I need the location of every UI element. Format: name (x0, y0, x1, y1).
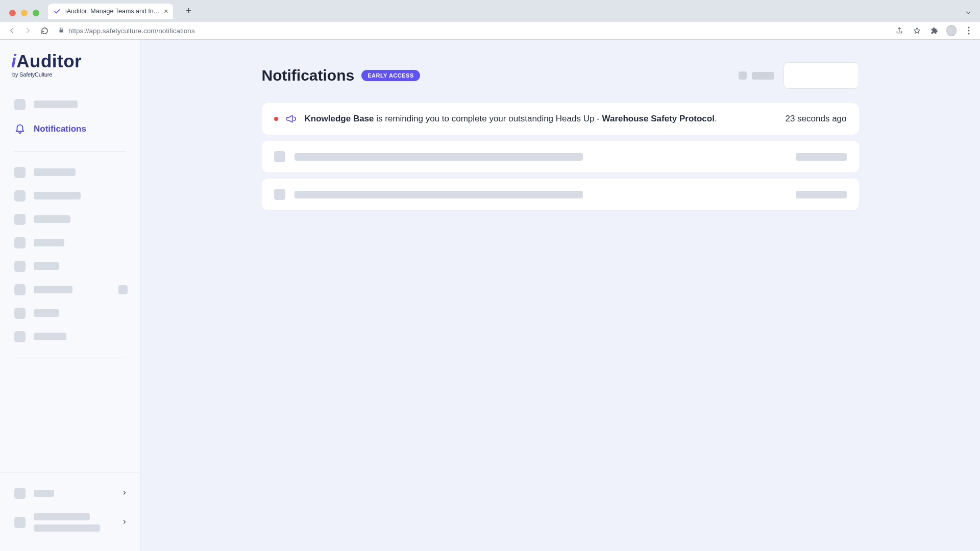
tab-title: iAuditor: Manage Teams and In… (65, 8, 160, 15)
tab-favicon-icon (53, 7, 61, 15)
browser-forward-icon[interactable] (22, 25, 34, 36)
placeholder-label (34, 490, 54, 497)
kebab-menu-icon[interactable] (964, 26, 974, 36)
sidebar-item-notifications[interactable]: Notifications (7, 116, 133, 142)
sidebar-footer-item[interactable] (7, 481, 133, 506)
share-icon[interactable] (894, 26, 904, 36)
lock-icon (58, 27, 64, 35)
browser-back-icon[interactable] (6, 25, 17, 36)
placeholder-icon (14, 190, 26, 202)
header-button-placeholder[interactable] (783, 62, 859, 89)
svg-point-2 (968, 33, 969, 35)
placeholder-label (34, 239, 64, 246)
placeholder-label (34, 286, 72, 293)
placeholder-label-stack (34, 513, 100, 532)
notification-timestamp: 23 seconds ago (785, 114, 846, 124)
window-traffic-lights (9, 10, 39, 16)
placeholder-timestamp (796, 153, 847, 161)
tab-strip: iAuditor: Manage Teams and In… × + (0, 0, 980, 22)
placeholder-label (34, 309, 59, 317)
notification-text: Knowledge Base is reminding you to compl… (305, 114, 777, 124)
sidebar-item-placeholder[interactable] (7, 93, 133, 116)
placeholder-icon (274, 189, 285, 200)
app-shell: iAuditor by SafetyCulture Notifications (0, 40, 980, 551)
sidebar-divider (14, 151, 126, 152)
content-container: Notifications EARLY ACCESS (262, 62, 859, 210)
sidebar-item-placeholder[interactable] (7, 231, 133, 255)
sidebar-item-placeholder[interactable] (7, 184, 133, 208)
notification-suffix: . (715, 114, 717, 123)
placeholder-icon (14, 284, 26, 295)
sidebar-item-placeholder[interactable] (7, 325, 133, 348)
notification-card[interactable]: Knowledge Base is reminding you to compl… (262, 103, 859, 135)
placeholder-label (752, 72, 774, 80)
tab-close-icon[interactable]: × (164, 7, 168, 15)
logo-subtitle: by SafetyCulture (12, 71, 129, 78)
star-icon[interactable] (912, 26, 922, 36)
sidebar-divider (14, 358, 126, 358)
browser-toolbar-right (894, 26, 974, 36)
placeholder-label (34, 168, 76, 176)
placeholder-label (34, 262, 59, 270)
address-bar-row: https://app.safetyculture.com/notificati… (0, 22, 980, 39)
sidebar-item-placeholder[interactable] (7, 161, 133, 184)
chevron-right-icon (121, 489, 128, 498)
notification-source: Knowledge Base (305, 114, 374, 123)
window-close-icon[interactable] (9, 10, 16, 16)
sidebar-footer (0, 472, 140, 551)
placeholder-text (295, 153, 583, 161)
early-access-badge: EARLY ACCESS (361, 70, 420, 81)
window-maximize-icon[interactable] (33, 10, 39, 16)
placeholder-icon (14, 214, 26, 225)
profile-avatar-icon[interactable] (946, 26, 957, 36)
browser-reload-icon[interactable] (39, 25, 50, 36)
tabs-dropdown-icon[interactable] (965, 9, 972, 18)
browser-tab[interactable]: iAuditor: Manage Teams and In… × (48, 4, 173, 19)
placeholder-label (34, 215, 70, 223)
address-bar[interactable]: https://app.safetyculture.com/notificati… (55, 24, 889, 37)
sidebar-item-placeholder[interactable] (7, 302, 133, 325)
notification-middle: is reminding you to complete your outsta… (374, 114, 602, 123)
window-minimize-icon[interactable] (21, 10, 28, 16)
placeholder-label (34, 101, 78, 108)
placeholder-icon (274, 151, 285, 162)
placeholder-icon (14, 261, 26, 272)
sidebar-item-label: Notifications (34, 124, 86, 134)
header-actions (739, 62, 859, 89)
header-action-placeholder[interactable] (739, 71, 774, 80)
logo-prefix: i (11, 51, 16, 71)
placeholder-icon (14, 167, 26, 178)
svg-point-0 (968, 27, 969, 29)
extensions-icon[interactable] (929, 26, 939, 36)
new-tab-button[interactable]: + (181, 4, 195, 18)
placeholder-icon (14, 99, 26, 110)
placeholder-timestamp (796, 191, 847, 198)
placeholder-text (295, 191, 583, 198)
sidebar-item-placeholder[interactable] (7, 255, 133, 278)
sidebar-item-placeholder[interactable] (7, 278, 133, 302)
placeholder-icon (14, 331, 26, 342)
unread-dot-icon (274, 117, 278, 121)
browser-chrome: iAuditor: Manage Teams and In… × + https… (0, 0, 980, 40)
placeholder-icon (14, 517, 26, 528)
placeholder-label (34, 333, 66, 340)
placeholder-icon (14, 237, 26, 248)
app-logo: iAuditor by SafetyCulture (0, 53, 140, 90)
placeholder-icon (739, 71, 747, 80)
placeholder-icon (14, 308, 26, 319)
bell-icon (14, 122, 26, 136)
notification-placeholder-card (262, 179, 859, 210)
placeholder-label (34, 192, 81, 199)
page-header: Notifications EARLY ACCESS (262, 62, 859, 89)
main-content: Notifications EARLY ACCESS (140, 40, 980, 551)
chevron-right-icon (121, 518, 128, 527)
sidebar-item-placeholder[interactable] (7, 208, 133, 231)
notification-placeholder-card (262, 141, 859, 172)
sidebar-nav-secondary (0, 158, 140, 352)
svg-point-1 (968, 30, 969, 32)
sidebar: iAuditor by SafetyCulture Notifications (0, 40, 140, 551)
logo-text: iAuditor (11, 53, 129, 69)
sidebar-footer-item[interactable] (7, 506, 133, 539)
megaphone-icon (285, 113, 297, 124)
sidebar-nav-primary: Notifications (0, 90, 140, 145)
